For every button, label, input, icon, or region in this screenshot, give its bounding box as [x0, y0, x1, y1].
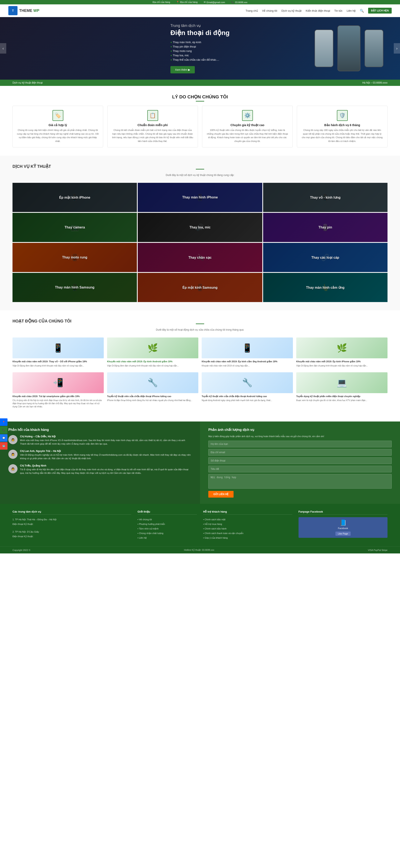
footer-intro-list: Về chúng tôi Phương hướng phát triển Tầm… [137, 517, 197, 540]
service-card-5[interactable]: 🔋 Thay pin [263, 213, 388, 242]
carousel-right[interactable]: › [394, 43, 400, 54]
why-card-0: 🏷️ Giá cả hợp lý Chúng tôi cung cấp linh… [12, 106, 103, 147]
news-card-2[interactable]: 📱 Khuyến mãi chào năm mới 2019: Ép kính … [202, 338, 293, 367]
news-card-0[interactable]: 📱 Khuyến mãi chào năm mới 2019: Thay vỏ … [12, 338, 104, 367]
facebook-label: Facebook [301, 527, 386, 529]
news-card-7[interactable]: 💻 Tuyển dụng kỹ thuật phần mềm điện thoạ… [296, 372, 388, 408]
footer-support-item-2[interactable]: Chính sách bảo hành [203, 526, 292, 531]
hotline: Hotline Kỹ thuật: 03.6699.xxx [184, 549, 214, 551]
service-label-9: Thay màn hình Samsung [55, 286, 94, 289]
service-bar-right: Hà Nội – 03.6699.xxxx [362, 81, 388, 84]
service-bar: Dịch vụ kỹ thuật điện thoại Hà Nội – 03.… [0, 80, 400, 86]
service-card-1[interactable]: 📱 Thay màn hình iPhone [138, 183, 262, 212]
sidebar-phone[interactable]: 📞 [0, 426, 7, 434]
why-icon-1: 📋 [147, 110, 158, 121]
why-icon-3: 🛡️ [337, 110, 348, 121]
bottom-section: Phản hồi của khách hàng 👩 Chị Hương – Cầ… [0, 422, 400, 504]
service-card-7[interactable]: 🔌 Thay chân sạc [138, 243, 262, 272]
footer-support-item-3[interactable]: Chính sách thanh toán và vận chuyển [203, 531, 292, 535]
footer-intro-item-1[interactable]: Phương hướng phát triển [137, 522, 197, 526]
footer-services-title: Các trung tâm dịch vụ [12, 510, 131, 515]
contact-phone[interactable] [208, 457, 392, 464]
news-card-4[interactable]: 📲 Khuyến mãi chào 2019: Tút lại smartpho… [12, 372, 104, 408]
news-card-5[interactable]: 🔧 Tuyển kỹ thuật viên sửa chữa điện thoạ… [107, 372, 198, 408]
phone-mockup-3 [365, 30, 383, 67]
reviewer-text-2: Tôi ở cộng viên đi Hà Nội lên đến chơi đ… [20, 468, 192, 475]
news-card-6[interactable]: 🔧 Tuyển kỹ thuật viên sửa chữa điện thoạ… [202, 372, 293, 408]
service-card-4[interactable]: 🔊 Thay loa, mic [138, 213, 262, 242]
contact-name[interactable] [208, 441, 392, 447]
service-card-11[interactable]: 👆 Thay màn hình cảm ứng [263, 273, 388, 302]
service-overlay-4: Thay loa, mic [138, 213, 262, 242]
footer-support-item-0[interactable]: Chính sách bảo mật [203, 517, 292, 522]
nav-contact[interactable]: Liên hệ [347, 9, 356, 12]
contact-message[interactable] [208, 474, 392, 489]
news-desc-0: Viện Di Động đem đến chương trình khuyến… [12, 364, 104, 367]
hero-section: ‹ Trung tâm dịch vụ Điện thoại di động T… [0, 17, 400, 80]
service-overlay-7: Thay chân sạc [138, 243, 262, 272]
phone-mockup-2 [337, 25, 360, 71]
sidebar-findway[interactable]: 📍 [0, 418, 7, 426]
hero-list-item-2: Thay moto rung [170, 49, 230, 53]
nav-about[interactable]: Về chúng tôi [262, 9, 277, 12]
news-card-1[interactable]: 🌿 Khuyến mãi chào năm mới 2019: Ép kính … [107, 338, 198, 367]
service-label-3: Thay camera [65, 225, 85, 229]
news-desc-5: iPhone là điện thoại thông minh đang thu… [107, 399, 198, 402]
footer-support-item-4[interactable]: Góp ý của khách hàng [203, 535, 292, 540]
reviewer-name-1: Chị Lan Anh, Nguyên Trãi – Hà Nội [20, 450, 192, 453]
reviewer-name-2: Chị Triều, Quảng Ninh [20, 464, 192, 467]
news-card-3[interactable]: 🌿 Khuyến mãi chào năm mới 2019: Ép kính … [296, 338, 388, 367]
service-card-6[interactable]: 📳 Thay moto rung [12, 243, 137, 272]
footer-fanpage-title: Fanpage Facebook [299, 510, 388, 515]
footer-support-item-1[interactable]: Hỗ trợ mua hàng [203, 522, 292, 526]
sidebar-map[interactable]: 🗺️ [0, 442, 7, 450]
news-desc-7: Được xem là một chuyên gia đó có tài năm… [296, 399, 388, 402]
hero-phones [314, 17, 383, 80]
facebook-box: 📘 Facebook Like Page [299, 517, 388, 538]
nav-home[interactable]: Trang chủ [246, 9, 258, 12]
contact-subject[interactable] [208, 466, 392, 472]
services-divider [196, 169, 204, 169]
nav-knowledge[interactable]: Kiến thức điện thoại [306, 9, 330, 12]
service-card-2[interactable]: 📱 Thay vỏ - kính lưng [263, 183, 388, 212]
service-card-9[interactable]: 📱 Thay màn hình Samsung [12, 273, 137, 302]
nav-services[interactable]: Dịch vụ kỹ thuật [281, 9, 302, 12]
contact-email[interactable] [208, 449, 392, 456]
service-label-5: Thay pin [318, 225, 332, 229]
facebook-like-button[interactable]: Like Page [335, 532, 351, 536]
news-grid-1: 📱 Khuyến mãi chào năm mới 2019: Thay vỏ … [12, 338, 388, 367]
service-card-3[interactable]: 📷 Thay camera [12, 213, 137, 242]
news-title-0: Khuyến mãi chào năm mới 2019: Thay vỏ – … [12, 360, 104, 363]
carousel-left[interactable]: ‹ [0, 43, 6, 54]
services-grid: 📱 Ép mặt kính iPhone 📱 Thay màn hình iPh… [12, 183, 388, 302]
footer-intro-item-0[interactable]: Về chúng tôi [137, 517, 197, 522]
service-label-8: Thay các loại cáp [311, 255, 339, 259]
topbar-address: 📍 Địa chỉ của hàng [176, 1, 198, 4]
services-title: DỊCH VỤ KỸ THUẬT [12, 164, 388, 169]
hero-title: Điện thoại di động [170, 29, 230, 37]
news-title-1: Khuyến mãi chào năm mới 2019: Ép kính An… [107, 360, 198, 363]
avatar-1: 👩 [8, 450, 18, 459]
search-icon[interactable]: 🔍 [360, 9, 364, 13]
contact-col: Phản ánh chất lượng dịch vụ Mọi ý kiến đ… [200, 422, 400, 504]
service-card-10[interactable]: 📱 Ép mặt kính Samsung [138, 273, 262, 302]
hero-cta[interactable]: Xem thêm ▶ [170, 66, 195, 73]
footer-intro-item-4[interactable]: Liên hệ [137, 535, 197, 540]
footer-col-fanpage: Fanpage Facebook 📘 Facebook Like Page [299, 510, 388, 540]
news-img-0: 📱 [12, 338, 104, 358]
nav-news[interactable]: Tin tức [334, 9, 342, 12]
footer-col-services: Các trung tâm dịch vụ 1. TP Hà Nội: Thái… [12, 510, 131, 540]
contact-desc: Mọi ý kiến đóng góp hoặc phản ánh dịch v… [208, 435, 392, 438]
service-card-8[interactable]: 🔗 Thay các loại cáp [263, 243, 388, 272]
hero-content: Trung tâm dịch vụ Điện thoại di động Tha… [170, 23, 230, 73]
why-grid: 🏷️ Giá cả hợp lý Chúng tôi cung cấp linh… [12, 106, 388, 147]
service-card-0[interactable]: 📱 Ép mặt kính iPhone [12, 183, 137, 212]
avatar-0: 👩 [8, 435, 18, 444]
sidebar-chat[interactable]: 💬 [0, 434, 7, 442]
footer-intro-item-3[interactable]: Chúng nhận chất lượng [137, 531, 197, 535]
cta-button[interactable]: ĐẶT LỊCH HẸN [368, 8, 392, 13]
news-desc-1: Viện Di Động đem đến chương trình khuyến… [107, 364, 198, 367]
hero-subtitle: Trung tâm dịch vụ [170, 23, 230, 28]
footer-intro-item-2[interactable]: Tầm nhìn sứ mệnh [137, 526, 197, 531]
contact-submit[interactable]: GỬI LIÊN HỆ [208, 491, 234, 498]
